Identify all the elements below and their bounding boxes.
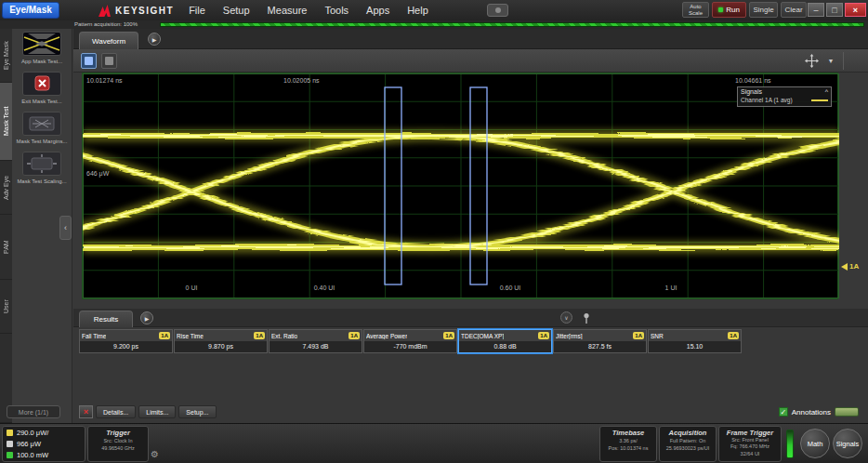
eye-diagram-plot[interactable]: 10.01274 ns 10.02005 ns 10.04661 ns 646 … (82, 73, 838, 299)
signals-legend[interactable]: Signals ^ Channel 1A (1 avg) (737, 86, 832, 107)
time-annotation-left: 10.01274 ns (86, 77, 123, 84)
legend-entry-label: Channel 1A (1 avg) (741, 97, 793, 103)
single-button[interactable]: Single (749, 2, 778, 18)
measurement-fall-time[interactable]: Fall Time1A 9.200 ps (79, 329, 173, 353)
frame-trigger-source: Src: Front Panel (719, 437, 781, 443)
screenshot-camera-icon[interactable] (487, 4, 508, 17)
legend-color-line (811, 99, 828, 101)
display-layout-single-button[interactable] (81, 53, 97, 69)
legend-entry[interactable]: Channel 1A (1 avg) (738, 96, 831, 106)
eye-diagram-svg (83, 73, 839, 298)
timebase-position: Pos: 10.01374 ns (600, 444, 656, 452)
exit-mask-test-button[interactable]: Exit Mask Test... (13, 72, 71, 105)
menu-apps[interactable]: Apps (366, 5, 389, 16)
frame-trigger-ui: 32/64 UI (719, 451, 781, 457)
results-collapse-icon[interactable]: ∨ (560, 311, 572, 324)
measurement-rise-time[interactable]: Rise Time1A 9.870 ps (174, 329, 268, 353)
run-button[interactable]: Run (712, 2, 746, 18)
toolbar-separator (843, 52, 844, 70)
menu-tools[interactable]: Tools (324, 5, 349, 16)
measurement-snr[interactable]: SNR1A 15.10 (648, 329, 742, 353)
tab-pam[interactable]: PAM (0, 215, 12, 280)
legend-collapse-icon[interactable]: ^ (825, 88, 828, 95)
measurement-value: 15.10 (649, 341, 741, 352)
sidebar-tab-strip: Eye Mask Mask Test Adv Eye PAM User (0, 29, 12, 423)
toolbar-dropdown-icon[interactable]: ▼ (823, 53, 838, 69)
channel-row[interactable]: 966 μW (7, 440, 81, 448)
menu-setup[interactable]: Setup (223, 5, 250, 16)
tab-mask-test[interactable]: Mask Test (0, 83, 12, 161)
channel-row[interactable]: 290.0 μW/ (7, 429, 81, 437)
setup-button[interactable]: Setup... (178, 405, 216, 418)
timebase-panel[interactable]: Timebase 3.36 ps/ Pos: 10.01374 ns (599, 426, 657, 462)
trigger-panel[interactable]: Trigger Src: Clock In 49.96540 GHz (87, 426, 149, 462)
marker-triangle-icon (841, 263, 848, 271)
timebase-title: Timebase (600, 429, 656, 437)
channel-1a-marker[interactable]: 1A (841, 262, 859, 271)
measurement-ext-ratio[interactable]: Ext. Ratio1A 7.493 dB (269, 329, 362, 353)
acquisition-title: Acquisition (660, 429, 716, 437)
camera-lens-icon (495, 7, 501, 13)
app-mask-test-button[interactable]: App Mask Test... (13, 32, 71, 65)
results-play-icon[interactable]: ▶ (140, 311, 153, 324)
measurement-row: Fall Time1A 9.200 ps Rise Time1A 9.870 p… (79, 329, 742, 353)
ui-label-040: 0.40 UI (302, 284, 347, 291)
details-button[interactable]: Details... (96, 405, 136, 418)
measurement-value: 9.200 ps (80, 341, 172, 352)
measurement-name: Average Power (366, 333, 407, 339)
waveform-play-icon[interactable]: ▶ (148, 33, 161, 46)
tab-results[interactable]: Results (79, 311, 133, 327)
math-button[interactable]: Math (800, 429, 830, 458)
channel-color-swatch (7, 441, 13, 447)
pan-tool-icon[interactable] (803, 53, 820, 69)
measurement-name: Ext. Ratio (271, 333, 297, 339)
tab-adv-eye[interactable]: Adv Eye (0, 161, 12, 215)
sidebar-collapse-icon[interactable]: ‹ (59, 216, 72, 240)
clear-button[interactable]: Clear (781, 2, 807, 18)
minimize-button[interactable]: – (808, 3, 824, 17)
channel-row[interactable]: 100.0 mW (7, 451, 81, 459)
measurement-value: 9.870 ps (175, 341, 267, 352)
measurement-tdec[interactable]: TDEC[OMA XP]1A 0.88 dB (458, 329, 552, 353)
tab-eye-mask[interactable]: Eye Mask (0, 29, 12, 83)
maximize-button[interactable]: □ (826, 3, 843, 17)
measurement-value: 827.5 fs (554, 341, 646, 352)
eye-mask-mode-button[interactable]: Eye/Mask (2, 2, 59, 19)
acquisition-panel[interactable]: Acquisition Full Pattern: On 25.96930023… (659, 426, 717, 462)
annotations-color-pill[interactable] (835, 407, 859, 417)
sidebar-tools: App Mask Test... Exit Mask Test... (12, 32, 72, 192)
menu-measure[interactable]: Measure (268, 5, 308, 16)
frame-trigger-panel[interactable]: Frame Trigger Src: Front Panel Fq: 766.4… (718, 426, 782, 462)
mask-test-margins-button[interactable]: Mask Test Margins... (13, 112, 71, 145)
menu-help[interactable]: Help (407, 5, 428, 16)
source-badge: 1A (633, 332, 644, 339)
measurement-value: 7.493 dB (270, 341, 362, 352)
remove-measurement-button[interactable]: × (79, 405, 93, 418)
annotations-checkbox[interactable]: ✓ (779, 407, 788, 417)
waveform-tabbar: Waveform ▶ (73, 29, 868, 49)
auto-scale-button[interactable]: Auto Scale (682, 2, 709, 18)
close-button[interactable]: × (845, 3, 866, 17)
menu-file[interactable]: File (189, 5, 205, 16)
menubar: File Setup Measure Tools Apps Help (189, 5, 446, 16)
ui-label-1: 1 UI (649, 284, 693, 291)
settings-gear-icon[interactable]: ⚙ (151, 449, 159, 459)
tab-user[interactable]: User (0, 280, 12, 334)
time-annotation-right: 10.04661 ns (735, 77, 771, 84)
waveform-toolbar: ▼ (73, 49, 868, 73)
tool-label: Mask Test Margins... (15, 138, 69, 145)
tab-waveform[interactable]: Waveform (79, 32, 138, 49)
pin-icon[interactable] (583, 311, 590, 328)
measurement-name: TDEC[OMA XP] (461, 333, 504, 339)
limits-button[interactable]: Limits... (138, 405, 176, 418)
display-layout-split-button[interactable] (101, 53, 117, 69)
measurement-jitter-rms[interactable]: Jitter[rms]1A 827.5 fs (553, 329, 647, 353)
channel-scale-block[interactable]: 290.0 μW/ 966 μW 100.0 mW (2, 426, 85, 462)
source-badge: 1A (159, 332, 170, 339)
mask-test-scaling-button[interactable]: Mask Test Scaling... (13, 152, 71, 185)
source-badge: 1A (349, 332, 360, 339)
signals-button[interactable]: Signals (833, 429, 862, 458)
measurement-average-power[interactable]: Average Power1A -770 mdBm (363, 329, 457, 353)
timebase-scale: 3.36 ps/ (600, 437, 656, 444)
more-button[interactable]: More (1/1) (7, 405, 60, 418)
